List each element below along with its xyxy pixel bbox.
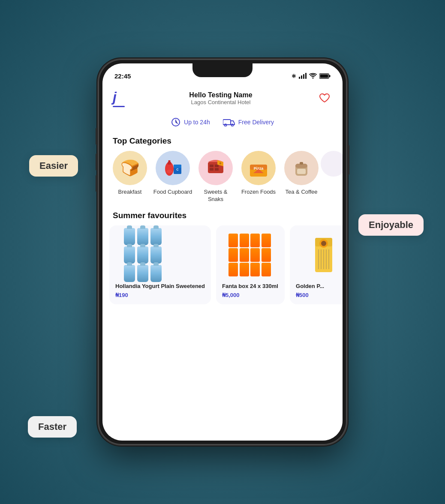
yogurt-price: ₦190	[115, 292, 205, 298]
svg-rect-1	[320, 74, 328, 78]
product-pasta[interactable]: Golden P... ₦500	[290, 225, 343, 304]
bluetooth-icon: ✱	[292, 73, 296, 79]
svg-text:C: C	[176, 168, 178, 171]
category-frozen[interactable]: Pizza Frozen Foods	[237, 151, 280, 203]
header-center: Hello Testing Name Lagos Continental Hot…	[189, 91, 252, 105]
svg-rect-27	[297, 169, 306, 174]
delivery-time-label: Up to 24h	[184, 119, 210, 126]
category-sweets[interactable]: D Sweets & Snaks	[194, 151, 237, 203]
svg-point-6	[231, 124, 233, 126]
svg-rect-9	[168, 160, 171, 162]
phone-notch	[192, 63, 253, 77]
svg-rect-26	[300, 162, 303, 165]
frozen-icon-circle: Pizza	[241, 151, 276, 185]
category-food-cupboard[interactable]: C Food Cupboard	[151, 151, 194, 203]
app-logo: j	[113, 89, 125, 105]
svg-rect-12	[174, 165, 181, 168]
summer-title: Summer favourites	[102, 203, 343, 225]
pasta-price: ₦500	[296, 292, 343, 298]
svg-rect-4	[223, 120, 231, 125]
delivery-info: Up to 24h Free Delivery	[102, 111, 343, 133]
tea-coffee-label: Tea & Coffee	[286, 189, 318, 196]
greeting-text: Hello Testing Name	[189, 91, 252, 99]
fanta-price: ₦5,000	[222, 292, 279, 298]
svg-point-31	[321, 241, 326, 246]
fanta-image	[222, 231, 278, 279]
breakfast-label: Breakfast	[118, 189, 142, 196]
delivery-time: Up to 24h	[171, 117, 210, 127]
logo-underline	[113, 106, 125, 107]
category-tea-coffee[interactable]: Tea & Coffee	[280, 151, 323, 203]
enjoyable-badge: Enjoyable	[358, 214, 424, 236]
pasta-name: Golden P...	[296, 283, 343, 290]
logo-area: j	[113, 89, 125, 107]
free-delivery: Free Delivery	[223, 118, 274, 126]
location-text: Lagos Continental Hotel	[189, 99, 252, 105]
fanta-name: Fanta box 24 x 330ml	[222, 283, 279, 290]
tea-icon-circle	[284, 151, 319, 185]
phone-screen: 22:45 ✱	[102, 63, 343, 441]
status-icons: ✱	[292, 73, 331, 79]
breakfast-icon-circle: 🍞	[113, 151, 147, 185]
easier-badge: Easier	[29, 155, 78, 177]
phone-mockup: 22:45 ✱	[98, 59, 347, 445]
product-yogurt[interactable]: Hollandia Yogurt Plain Sweetened ₦190	[109, 225, 211, 304]
products-row: Hollandia Yogurt Plain Sweetened ₦190	[102, 225, 343, 304]
status-time: 22:45	[114, 72, 131, 80]
battery-icon	[319, 73, 331, 79]
food-cupboard-icon-circle: C	[156, 151, 190, 185]
svg-rect-16	[215, 165, 219, 167]
pasta-image	[296, 231, 343, 279]
category-extra[interactable]	[323, 151, 343, 203]
truck-icon	[223, 118, 235, 126]
categories-title: Top Categories	[102, 133, 343, 151]
app-header: j Hello Testing Name Lagos Continental H…	[102, 85, 343, 111]
svg-point-10	[166, 170, 172, 173]
svg-rect-15	[210, 165, 213, 167]
extra-icon-circle	[321, 151, 343, 177]
free-delivery-label: Free Delivery	[238, 119, 274, 126]
yogurt-name: Hollandia Yogurt Plain Sweetened	[115, 283, 205, 290]
svg-rect-18	[215, 168, 219, 171]
sweets-label: Sweets & Snaks	[196, 189, 235, 203]
clock-icon	[171, 117, 180, 127]
wishlist-button[interactable]	[317, 90, 332, 106]
product-fanta[interactable]: Fanta box 24 x 330ml ₦5,000	[216, 225, 285, 304]
faster-badge: Faster	[28, 416, 77, 438]
signal-icon	[299, 73, 307, 79]
category-breakfast[interactable]: 🍞 Breakfast	[108, 151, 151, 203]
food-cupboard-label: Food Cupboard	[153, 189, 192, 196]
svg-rect-2	[329, 75, 331, 77]
svg-text:D: D	[219, 162, 221, 165]
categories-row: 🍞 Breakfast C	[102, 151, 343, 203]
yogurt-image	[115, 231, 171, 279]
wifi-icon	[309, 73, 317, 79]
frozen-label: Frozen Foods	[241, 189, 276, 196]
svg-rect-17	[210, 168, 213, 171]
svg-point-5	[224, 124, 226, 126]
sweets-icon-circle: D	[198, 151, 233, 185]
